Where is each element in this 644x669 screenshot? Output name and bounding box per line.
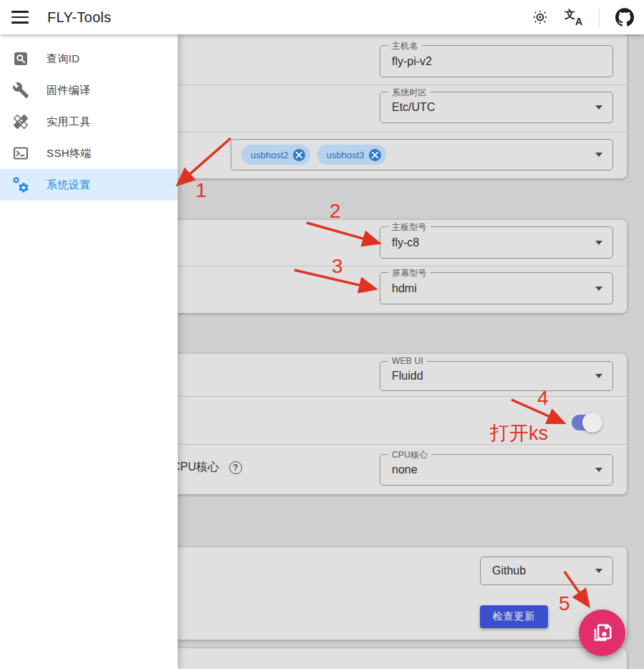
board-model-value: fly-c8 — [392, 236, 419, 249]
sidebar-item-firmware-build[interactable]: 固件编译 — [0, 74, 178, 106]
chip-close-icon[interactable] — [369, 149, 381, 161]
webui-label: WEB UI — [388, 356, 427, 366]
card-update: Github 检查更新 — [166, 547, 627, 640]
chip-label: usbhost2 — [251, 150, 289, 160]
divider — [166, 132, 627, 133]
chevron-down-icon — [595, 468, 602, 472]
board-model-select[interactable]: 主板型号 fly-c8 — [380, 226, 613, 259]
hostname-label: 主机名 — [388, 40, 422, 52]
navigation-drawer: 查询ID 固件编译 实用工具 — [0, 34, 178, 669]
cpu-cores-text: CPU核心 — [172, 460, 219, 475]
id-search-icon — [12, 50, 29, 67]
chip-close-icon[interactable] — [293, 149, 305, 161]
chevron-down-icon — [595, 287, 602, 291]
cpu-cores-label: CPU核心 — [388, 449, 431, 461]
hostname-field[interactable]: 主机名 fly-pi-v2 — [380, 45, 613, 77]
board-model-label: 主板型号 — [388, 221, 431, 234]
update-source-select[interactable]: Github — [480, 557, 613, 585]
toggle-thumb — [582, 413, 602, 433]
card-partial — [166, 648, 627, 669]
screen-model-label: 屏幕型号 — [388, 267, 431, 279]
sidebar-item-label: 查询ID — [47, 52, 80, 66]
cpu-cores-value: none — [392, 463, 418, 476]
app-title: FLY-Tools — [47, 9, 111, 26]
sidebar-item-label: SSH终端 — [47, 147, 92, 160]
theme-toggle-button[interactable] — [532, 9, 549, 26]
usbhost-multiselect[interactable]: usbhost2 usbhost3 — [231, 139, 613, 170]
terminal-icon — [12, 145, 29, 162]
sidebar-item-label: 固件编译 — [47, 84, 91, 97]
divider — [166, 266, 627, 266]
chevron-down-icon — [595, 105, 602, 110]
help-icon[interactable]: ? — [229, 461, 242, 474]
app-bar: FLY-Tools 文 A — [0, 0, 644, 34]
sidebar-item-label: 系统设置 — [47, 178, 91, 192]
chip-label: usbhost3 — [327, 150, 365, 160]
cpu-cores-row-label: CPU核心 ? — [172, 460, 242, 475]
hostname-value: fly-pi-v2 — [392, 55, 432, 68]
wrench-icon — [12, 82, 29, 99]
annotation-number-1: 1 — [196, 179, 207, 202]
usbhost3-chip[interactable]: usbhost3 — [317, 145, 386, 165]
divider — [166, 85, 627, 85]
timezone-value: Etc/UTC — [392, 101, 435, 114]
card-general: 主机名 fly-pi-v2 系统时区 Etc/UTC usbhost2 usbh… — [166, 27, 627, 178]
chevron-down-icon — [595, 241, 602, 245]
gears-icon — [12, 176, 29, 193]
hamburger-menu-icon[interactable] — [11, 11, 29, 24]
save-all-icon — [592, 622, 613, 644]
ks-toggle[interactable] — [572, 414, 602, 431]
cpu-cores-select[interactable]: CPU核心 none — [380, 454, 613, 486]
translate-icon: 文 — [564, 8, 575, 21]
healing-icon — [12, 113, 29, 130]
screen-model-value: hdmi — [392, 282, 417, 295]
card-hardware: 主板型号 fly-c8 屏幕型号 hdmi — [166, 220, 627, 313]
usbhost2-chip[interactable]: usbhost2 — [241, 145, 310, 165]
update-source-value: Github — [492, 564, 526, 577]
chevron-down-icon — [595, 569, 602, 573]
divider — [599, 8, 600, 27]
chevron-down-icon — [595, 374, 602, 378]
sidebar-item-ssh-terminal[interactable]: SSH终端 — [0, 138, 178, 169]
sidebar-item-utilities[interactable]: 实用工具 — [0, 106, 178, 138]
github-icon — [615, 8, 634, 27]
chevron-down-icon — [595, 153, 602, 157]
webui-select[interactable]: WEB UI Fluidd — [380, 361, 613, 391]
sidebar-item-query-id[interactable]: 查询ID — [0, 43, 178, 74]
timezone-select[interactable]: 系统时区 Etc/UTC — [380, 92, 613, 123]
sidebar-item-system-settings[interactable]: 系统设置 — [0, 169, 178, 201]
translate-button[interactable]: 文 A — [564, 9, 583, 26]
github-link[interactable] — [615, 8, 634, 27]
brightness-icon — [532, 9, 549, 26]
save-all-fab[interactable] — [579, 610, 625, 656]
timezone-label: 系统时区 — [388, 87, 431, 99]
sidebar-item-label: 实用工具 — [47, 115, 91, 129]
divider — [166, 396, 627, 397]
check-update-button[interactable]: 检查更新 — [480, 605, 548, 628]
chip-row: usbhost2 usbhost3 — [241, 145, 386, 165]
card-software: WEB UI Fluidd CPU核心 ? CPU核心 none — [166, 354, 627, 494]
screen-model-select[interactable]: 屏幕型号 hdmi — [380, 272, 613, 304]
app-window: 主机名 fly-pi-v2 系统时区 Etc/UTC usbhost2 usbh… — [0, 0, 644, 669]
webui-value: Fluidd — [392, 370, 423, 382]
divider — [166, 444, 627, 445]
